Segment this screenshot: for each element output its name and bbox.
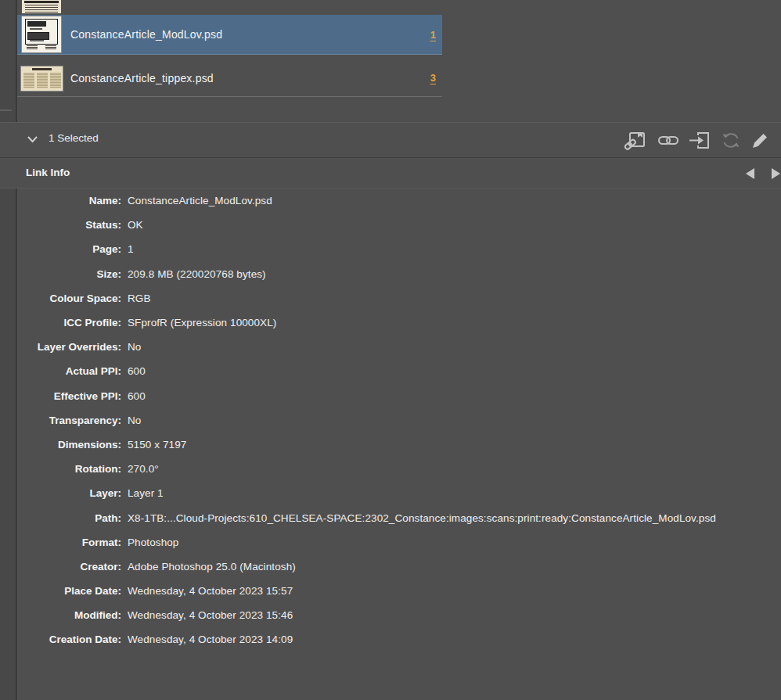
field-value: ConstanceArticle_ModLov.psd [128,195,272,206]
field-row-icc-profile: ICC Profile: SFprofR (Expression 10000XL… [0,311,781,335]
field-row-layer: Layer: Layer 1 [0,481,781,505]
field-label: Effective PPI: [0,390,121,402]
previous-link-icon[interactable] [746,168,754,179]
field-row-name: Name: ConstanceArticle_ModLov.psd [0,188,781,213]
field-value: RGB [128,293,151,304]
dock-divider [0,109,12,111]
link-thumbnail [22,16,61,52]
field-row-modified: Modified: Wednesday, 4 October 2023 15:4… [0,603,781,627]
relink-from-cc-libraries-icon[interactable] [624,130,647,151]
link-page-number[interactable]: 3 [430,72,436,84]
edit-original-icon[interactable] [750,130,773,151]
field-label: ICC Profile: [0,317,121,328]
field-label: Layer: [0,487,121,499]
field-value: Wednesday, 4 October 2023 15:46 [128,609,293,621]
field-row-transparency: Transparency: No [0,408,781,433]
field-value: 5150 x 7197 [128,439,186,451]
field-row-path: Path: X8-1TB:...Cloud-Projects:610_CHELS… [0,505,781,529]
field-label: Actual PPI: [0,365,121,377]
update-link-icon[interactable] [720,130,743,151]
field-row-format: Format: Photoshop [0,530,781,555]
link-name: ConstanceArticle_ModLov.psd [70,28,222,41]
link-name: ConstanceArticle_tippex.psd [70,72,214,84]
field-label: Size: [0,268,121,280]
field-row-rotation: Rotation: 270.0° [0,457,781,481]
go-to-link-icon[interactable] [688,130,711,151]
field-label: Format: [0,537,121,548]
field-label: Modified: [0,609,121,621]
field-value: 600 [128,365,146,377]
field-row-effective-ppi: Effective PPI: 600 [0,384,781,408]
field-label: Layer Overrides: [0,341,121,353]
field-row-dimensions: Dimensions: 5150 x 7197 [0,433,781,457]
field-label: Path: [0,512,121,524]
field-row-layer-overrides: Layer Overrides: No [0,335,781,359]
link-row-modlov[interactable]: ConstanceArticle_ModLov.psd 1 [17,15,442,55]
next-link-icon[interactable] [772,168,780,179]
field-label: Name: [0,195,121,206]
field-value: 209.8 MB (220020768 bytes) [128,268,266,280]
link-thumbnail [21,66,63,91]
field-value: Wednesday, 4 October 2023 15:57 [128,585,293,597]
selection-bar: 1 Selected [0,123,781,157]
field-value: X8-1TB:...Cloud-Projects:610_CHELSEA-SPA… [128,512,716,524]
links-list: ConstanceArticle_ModLov.psd 1 ConstanceA… [17,0,442,102]
link-info-title: Link Info [26,167,70,178]
field-value: Layer 1 [128,487,164,499]
link-row-tippex[interactable]: ConstanceArticle_tippex.psd 3 [17,59,442,97]
field-value: 1 [128,243,134,255]
field-value: No [128,341,141,353]
link-row-partial[interactable] [17,0,442,14]
field-row-creation-date: Creation Date: Wednesday, 4 October 2023… [0,627,781,652]
field-row-creator: Creator: Adobe Photoshop 25.0 (Macintosh… [0,555,781,579]
field-value: No [128,415,141,426]
field-label: Place Date: [0,585,121,597]
field-row-place-date: Place Date: Wednesday, 4 October 2023 15… [0,579,781,603]
field-label: Creation Date: [0,634,121,645]
field-row-size: Size: 209.8 MB (220020768 bytes) [0,262,781,286]
field-label: Dimensions: [0,439,121,451]
field-value: Photoshop [128,537,178,548]
field-value: Wednesday, 4 October 2023 14:09 [128,634,293,645]
field-label: Transparency: [0,415,121,426]
relink-icon[interactable] [657,130,681,151]
field-row-colour-space: Colour Space: RGB [0,286,781,311]
field-row-status: Status: OK [0,213,781,237]
field-label: Page: [0,243,121,255]
field-row-actual-ppi: Actual PPI: 600 [0,359,781,383]
chevron-down-icon[interactable] [27,135,38,144]
link-info-fields: Name: ConstanceArticle_ModLov.psd Status… [0,188,781,652]
field-value: SFprofR (Expression 10000XL) [128,317,276,328]
selection-count-label: 1 Selected [49,132,99,144]
field-label: Status: [0,219,121,231]
field-row-page: Page: 1 [0,237,781,261]
field-label: Colour Space: [0,293,121,304]
field-value: 600 [128,390,146,402]
field-value: OK [128,219,143,231]
link-thumbnail [22,0,61,13]
field-value: Adobe Photoshop 25.0 (Macintosh) [128,561,296,573]
field-label: Creator: [0,561,121,573]
link-page-number[interactable]: 1 [430,29,436,41]
field-value: 270.0° [128,463,159,475]
field-label: Rotation: [0,463,121,475]
link-info-header: Link Info [0,158,781,188]
